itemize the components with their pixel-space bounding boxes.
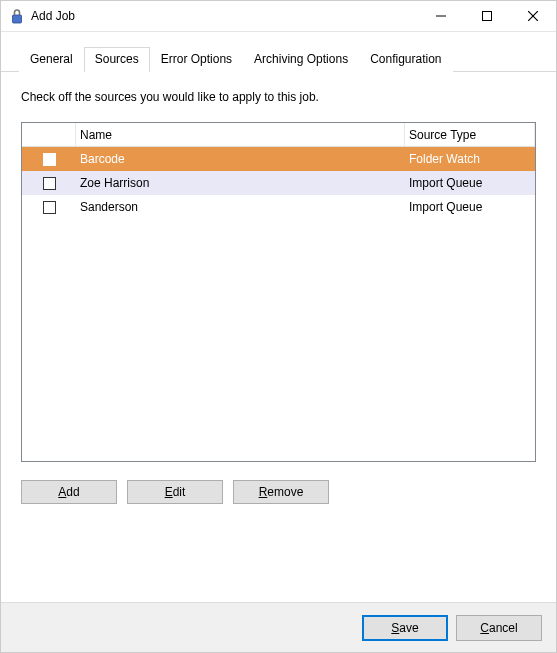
col-header-checkbox[interactable]: [22, 123, 76, 146]
add-button[interactable]: Add: [21, 480, 117, 504]
tab-archiving-options[interactable]: Archiving Options: [243, 47, 359, 72]
tab-general[interactable]: General: [19, 47, 84, 72]
edit-button-rest: dit: [173, 485, 186, 499]
tab-error-options[interactable]: Error Options: [150, 47, 243, 72]
table-row[interactable]: Sanderson Import Queue: [22, 195, 535, 219]
sources-grid: Name Source Type Barcode Folder Watch Zo…: [21, 122, 536, 462]
cancel-button[interactable]: Cancel: [456, 615, 542, 641]
tab-sources[interactable]: Sources: [84, 47, 150, 72]
svg-rect-0: [13, 15, 22, 23]
remove-button-rest: emove: [267, 485, 303, 499]
col-header-name[interactable]: Name: [76, 123, 405, 146]
row-source-type: Folder Watch: [405, 147, 535, 171]
row-source-type: Import Queue: [405, 171, 535, 195]
tab-strip: General Sources Error Options Archiving …: [1, 32, 556, 72]
window-title: Add Job: [31, 9, 418, 23]
tab-configuration[interactable]: Configuration: [359, 47, 452, 72]
save-button[interactable]: Save: [362, 615, 448, 641]
instruction-text: Check off the sources you would like to …: [21, 90, 536, 104]
cancel-button-rest: ancel: [489, 621, 518, 635]
table-row[interactable]: Zoe Harrison Import Queue: [22, 171, 535, 195]
row-checkbox[interactable]: [43, 153, 56, 166]
col-header-source-type[interactable]: Source Type: [405, 123, 535, 146]
row-name: Zoe Harrison: [76, 171, 405, 195]
title-bar: Add Job: [1, 1, 556, 32]
row-name: Barcode: [76, 147, 405, 171]
dialog-footer: Save Cancel: [1, 602, 556, 652]
window-controls: [418, 1, 556, 31]
lock-icon: [9, 8, 25, 24]
minimize-button[interactable]: [418, 1, 464, 31]
client-area: General Sources Error Options Archiving …: [1, 32, 556, 514]
edit-button[interactable]: Edit: [127, 480, 223, 504]
table-row[interactable]: Barcode Folder Watch: [22, 147, 535, 171]
close-button[interactable]: [510, 1, 556, 31]
remove-button[interactable]: Remove: [233, 480, 329, 504]
grid-buttons: Add Edit Remove: [21, 480, 536, 504]
row-checkbox[interactable]: [43, 177, 56, 190]
row-name: Sanderson: [76, 195, 405, 219]
add-button-rest: dd: [66, 485, 79, 499]
row-source-type: Import Queue: [405, 195, 535, 219]
svg-rect-2: [483, 12, 492, 21]
sources-panel: Check off the sources you would like to …: [1, 72, 556, 514]
maximize-button[interactable]: [464, 1, 510, 31]
save-button-rest: ave: [399, 621, 418, 635]
grid-header: Name Source Type: [22, 123, 535, 147]
row-checkbox[interactable]: [43, 201, 56, 214]
